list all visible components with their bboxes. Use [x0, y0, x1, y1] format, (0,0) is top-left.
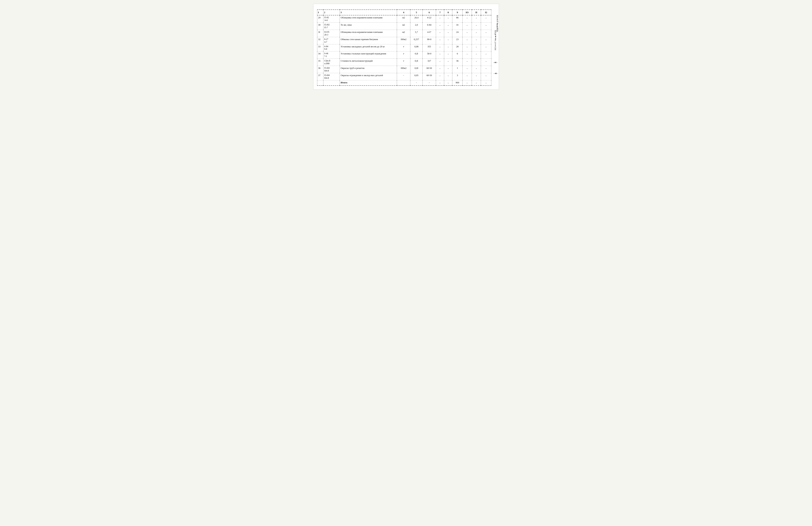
- cell-num: 32: [317, 37, 323, 44]
- cell-col10: -: [463, 66, 472, 73]
- cell-col9: 36: [452, 59, 463, 66]
- cell-col8: -: [444, 73, 452, 80]
- cell-code: 9-46 7-I: [323, 51, 339, 59]
- cell-col9: 24: [452, 30, 463, 37]
- header-col-10: IO: [463, 10, 472, 15]
- cell-col11: -: [472, 73, 481, 80]
- cell-col7: -: [436, 37, 444, 44]
- cell-col5: 2,0: [410, 22, 423, 30]
- table-row: 35СЦч.II п.I98IСтоимость металлоконструк…: [317, 59, 491, 66]
- cell-col8: -: [444, 37, 452, 44]
- cell-col6: 4-22: [423, 15, 436, 22]
- cell-code: I5-I02 I5-7: [323, 22, 339, 30]
- cell-col10: -: [463, 59, 472, 66]
- cell-col12: -: [481, 73, 491, 80]
- cell-col7: -: [436, 15, 444, 22]
- cell-col4: I00м2: [397, 37, 410, 44]
- cell-col11: -: [472, 15, 481, 22]
- cell-col8: -: [444, 15, 452, 22]
- cell-col7: -: [436, 22, 444, 30]
- cell-col5: 0,05: [410, 73, 423, 80]
- cell-num: 33: [317, 44, 323, 51]
- cell-col5: 0,257: [410, 37, 423, 44]
- cell-col9: 28: [452, 44, 463, 51]
- cell-col7: -: [436, 80, 444, 86]
- cell-col7: -: [436, 30, 444, 37]
- cell-desc: Установка стальных конструкций ограждени…: [339, 51, 397, 59]
- cell-col8: -: [444, 22, 452, 30]
- cell-col6: 4-I7: [423, 30, 436, 37]
- cell-desc: Стоимость металлоконструкций: [339, 59, 397, 66]
- cell-code: II-I35 20-3: [323, 30, 339, 37]
- cell-col10: -: [463, 15, 472, 22]
- cell-col10: -: [463, 80, 472, 86]
- cell-col4: I00м2: [397, 66, 410, 73]
- cell-col8: -: [444, 66, 452, 73]
- cell-col5: 0,08: [410, 44, 423, 51]
- cell-num: 34: [317, 51, 323, 59]
- header-col-7: 7: [436, 10, 444, 15]
- cell-col12: -: [481, 30, 491, 37]
- cell-col5: -: [410, 80, 423, 86]
- cell-code: I5-6I4 I64-8: [323, 73, 339, 80]
- cell-col10: -: [463, 51, 472, 59]
- cell-desc: Итого:: [339, 80, 397, 86]
- table-row: 36I5-6I4 I64-8Окраска труб и решетокI00м…: [317, 66, 491, 73]
- cell-desc: Обмазка стен канав горячим битумом: [339, 37, 397, 44]
- cell-num: 36: [317, 66, 323, 73]
- cell-col4: м2: [397, 30, 410, 37]
- cell-col10: -: [463, 37, 472, 44]
- cell-code: I5-82 14-I: [323, 15, 339, 22]
- cell-col11: -: [472, 22, 481, 30]
- cell-col6: 60-50: [423, 66, 436, 73]
- cell-col4: т: [397, 44, 410, 51]
- cell-col11: -: [472, 59, 481, 66]
- cell-col9: 23: [452, 37, 463, 44]
- cell-code: СЦч.II п.I98I: [323, 59, 339, 66]
- cell-col4: т: [397, 59, 410, 66]
- cell-col4: -: [397, 73, 410, 80]
- cell-col4: м2: [397, 22, 410, 30]
- cell-col9: 3: [452, 73, 463, 80]
- cell-col7: -: [436, 73, 444, 80]
- cell-num: 37: [317, 73, 323, 80]
- cell-col8: -: [444, 30, 452, 37]
- cell-col11: -: [472, 30, 481, 37]
- cell-code: 6-84 9-8: [323, 44, 339, 51]
- cell-desc: Облицовка отен керамическими плитками: [339, 15, 397, 22]
- cell-col12: -: [481, 37, 491, 44]
- cell-col12: -: [481, 51, 491, 59]
- page-wrapper: 5С3-4-17 Ап.ш.87(2) - 44 - I 2 3 4 5 6 7…: [313, 4, 499, 90]
- header-col-2: 2: [323, 10, 339, 15]
- cell-col9: 6: [452, 51, 463, 59]
- cell-col6: 327: [423, 59, 436, 66]
- table-row: 3III-I35 20-3Облицовка пола керамическим…: [317, 30, 491, 37]
- cell-col9: 969: [452, 80, 463, 86]
- table-row: 328-27 4-7Обмазка стен канав горячим бит…: [317, 37, 491, 44]
- cell-desc: Установка закладных деталей весом до 20 …: [339, 44, 397, 51]
- cell-col4: т: [397, 51, 410, 59]
- cell-code: I5-6I4 I64-8: [323, 66, 339, 73]
- table-row: 30I5-I02 I5-7То же, нишм22,06-84--I4---: [317, 22, 491, 30]
- header-col-12: I2: [481, 10, 491, 15]
- cell-col11: -: [472, 37, 481, 44]
- cell-col6: 90-0: [423, 37, 436, 44]
- cell-num: 3I: [317, 30, 323, 37]
- cell-code: [323, 80, 339, 86]
- cell-col6: 60-50: [423, 73, 436, 80]
- table-row: 37I5-6I4 I64-8Окраска ограждения и закла…: [317, 73, 491, 80]
- cell-desc: То же, ниш: [339, 22, 397, 30]
- cell-desc: Окраска труб и решеток: [339, 66, 397, 73]
- table-row: 29I5-82 14-IОблицовка отен керамическими…: [317, 15, 491, 22]
- cell-col8: -: [444, 59, 452, 66]
- cell-col7: -: [436, 59, 444, 66]
- table-body: 29I5-82 14-IОблицовка отен керамическими…: [317, 15, 491, 86]
- cell-col9: I4: [452, 22, 463, 30]
- cell-col10: -: [463, 73, 472, 80]
- cell-col12: -: [481, 22, 491, 30]
- header-col-8: 8: [444, 10, 452, 15]
- cell-col9: I: [452, 66, 463, 73]
- cell-col7: -: [436, 51, 444, 59]
- cell-col7: -: [436, 44, 444, 51]
- cell-col10: -: [463, 30, 472, 37]
